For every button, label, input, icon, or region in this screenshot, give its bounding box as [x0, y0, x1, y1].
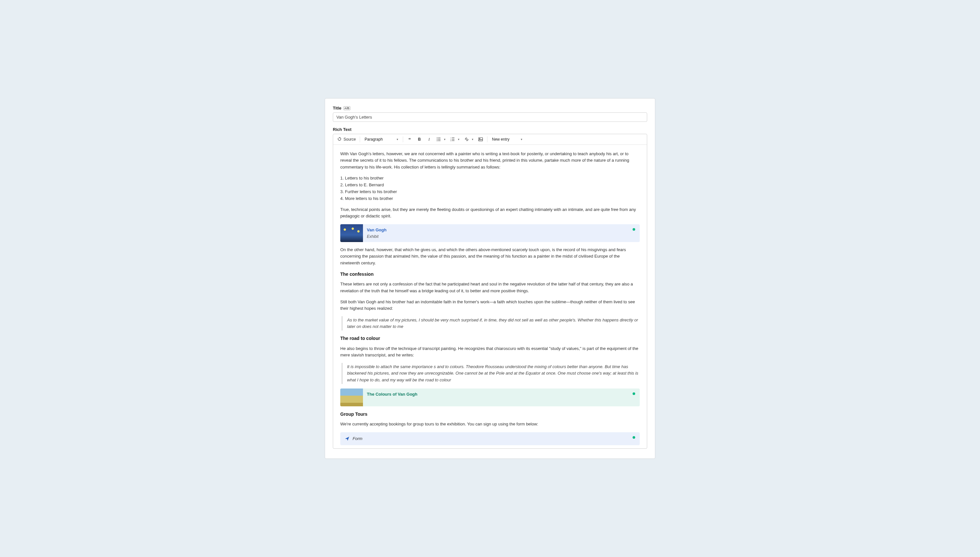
paragraph: Still both Van Gogh and his brother had … [340, 299, 640, 312]
editor-toolbar: Source Paragraph ▾ “ B I ▾ [333, 134, 647, 145]
chevron-down-icon: ▾ [444, 138, 446, 141]
paragraph: With Van Gogh's letters, however, we are… [340, 151, 640, 170]
embed-body: Van Gogh Exhibit [363, 224, 640, 243]
chevron-down-icon: ▾ [472, 138, 474, 141]
svg-rect-9 [452, 139, 454, 139]
chevron-down-icon: ▾ [397, 138, 398, 141]
ab-badge: A/B [343, 106, 351, 110]
new-entry-label: New entry [492, 137, 510, 142]
editor-panel: Title A/B Rich Text Source Paragraph ▾ [325, 98, 655, 459]
source-button[interactable]: Source [335, 135, 358, 143]
bullet-list-button[interactable]: ▾ [434, 135, 448, 143]
svg-point-2 [437, 139, 438, 140]
bold-icon: B [417, 137, 422, 142]
image-icon [478, 137, 483, 142]
svg-rect-7 [452, 138, 454, 138]
status-dot [633, 436, 635, 439]
italic-icon: I [427, 137, 431, 142]
svg-text:3: 3 [451, 140, 451, 142]
paper-plane-icon [345, 436, 349, 441]
new-entry-dropdown[interactable]: New entry ▾ [489, 136, 525, 143]
richtext-label-text: Rich Text [333, 127, 352, 132]
svg-point-4 [437, 141, 438, 141]
bullet-list-icon [436, 137, 441, 142]
chevron-down-icon: ▾ [521, 138, 523, 141]
numbered-list-button[interactable]: 123 ▾ [448, 135, 461, 143]
source-icon [337, 137, 342, 142]
list-item: 4. More letters to his brother [340, 195, 640, 202]
status-dot [633, 393, 635, 395]
source-label: Source [343, 137, 356, 142]
blockquote: As to the market value of my pictures, I… [342, 316, 640, 331]
image-button[interactable] [476, 135, 485, 143]
embedded-entry-exhibit[interactable]: Van Gogh Exhibit [340, 224, 640, 243]
embed-form-label: Form [353, 435, 362, 442]
embed-body: The Colours of Van Gogh [363, 389, 640, 406]
list-item: 3. Further letters to his brother [340, 189, 640, 195]
heading: The road to colour [340, 335, 640, 342]
paragraph: True, technical points arise, but they a… [340, 207, 640, 219]
title-input[interactable] [333, 112, 647, 122]
embedded-entry-colours[interactable]: The Colours of Van Gogh [340, 389, 640, 406]
italic-button[interactable]: I [425, 135, 434, 143]
list-item: 1. Letters to his brother [340, 175, 640, 181]
title-label: Title A/B [333, 106, 647, 111]
embedded-entry-form[interactable]: Form [340, 432, 640, 445]
quote-button[interactable]: “ [405, 135, 414, 143]
svg-rect-1 [438, 138, 440, 138]
svg-point-0 [437, 138, 438, 138]
blockquote: It is impossible to attach the same impo… [342, 363, 640, 384]
link-icon [464, 137, 469, 142]
link-button[interactable]: ▾ [462, 135, 475, 143]
svg-point-13 [479, 138, 480, 139]
embed-type: Exhibit [367, 234, 636, 240]
heading: The confession [340, 271, 640, 278]
embed-title: The Colours of Van Gogh [367, 391, 636, 397]
separator [403, 137, 403, 142]
paragraph: He also begins to throw off the techniqu… [340, 345, 640, 358]
quote-icon: “ [407, 137, 412, 142]
paragraph-label: Paragraph [365, 137, 383, 142]
embed-thumbnail [340, 389, 363, 406]
separator [487, 137, 487, 142]
numbered-list-icon: 123 [450, 137, 455, 142]
paragraph: On the other hand, however, that which h… [340, 247, 640, 266]
bold-button[interactable]: B [415, 135, 424, 143]
embed-thumbnail [340, 224, 363, 242]
separator [360, 137, 360, 142]
embed-title: Van Gogh [367, 227, 636, 233]
paragraph: We're currently accepting bookings for g… [340, 421, 640, 427]
editor-content[interactable]: With Van Gogh's letters, however, we are… [333, 145, 647, 448]
chevron-down-icon: ▾ [458, 138, 459, 141]
list-item: 2. Letters to E. Bernard [340, 182, 640, 188]
status-dot [633, 228, 635, 231]
richtext-editor: Source Paragraph ▾ “ B I ▾ [333, 134, 647, 448]
paragraph-dropdown[interactable]: Paragraph ▾ [362, 136, 401, 143]
svg-rect-3 [438, 139, 440, 140]
paragraph: These letters are not only a confession … [340, 281, 640, 294]
heading: Group Tours [340, 411, 640, 418]
ordered-list: 1. Letters to his brother 2. Letters to … [340, 175, 640, 202]
richtext-label: Rich Text [333, 127, 647, 132]
title-label-text: Title [333, 106, 342, 111]
